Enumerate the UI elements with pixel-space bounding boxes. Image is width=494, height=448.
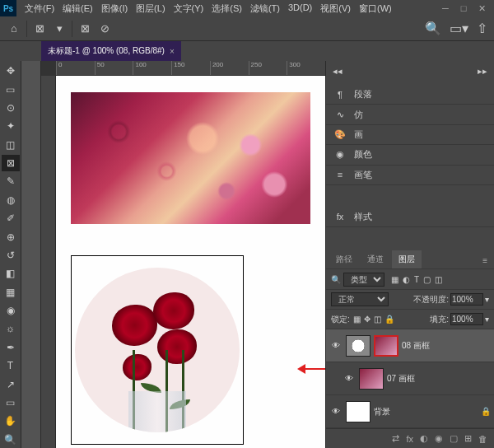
menu-filter[interactable]: 滤镜(T) xyxy=(247,1,283,16)
swatches-icon[interactable]: 🎨 xyxy=(333,127,347,142)
layer-row[interactable]: 👁 08 画框 xyxy=(326,329,494,362)
move-tool[interactable]: ✥ xyxy=(2,63,20,79)
history-brush-tool[interactable]: ↺ xyxy=(2,247,20,264)
menu-select[interactable]: 选择(S) xyxy=(208,1,245,16)
share-icon[interactable]: ⇧ xyxy=(477,21,487,36)
lasso-tool[interactable]: ⊙ xyxy=(2,100,20,116)
frame-tool-dropdown[interactable]: ▾ xyxy=(52,21,67,36)
close-tab-icon[interactable]: × xyxy=(170,47,175,56)
link-layers-icon[interactable]: ⇄ xyxy=(392,433,399,444)
panel-menu-icon[interactable]: ▸▸ xyxy=(478,66,487,80)
color-label[interactable]: 颜色 xyxy=(354,148,372,161)
brushes-label[interactable]: 画笔 xyxy=(354,169,372,181)
layer-content-thumb[interactable] xyxy=(374,335,398,357)
layer-fx-icon[interactable]: fx xyxy=(406,434,413,444)
filter-smart-icon[interactable]: ◫ xyxy=(435,275,442,284)
lock-artboard-icon[interactable]: ◫ xyxy=(374,315,381,324)
styles-icon[interactable]: fx xyxy=(333,209,347,224)
heal-tool[interactable]: ◍ xyxy=(2,192,20,208)
layer-mask-thumb[interactable] xyxy=(346,335,370,357)
new-layer-icon[interactable]: ⊞ xyxy=(464,433,472,444)
menu-type[interactable]: 文字(Y) xyxy=(170,1,207,16)
workspace-icon[interactable]: ▭▾ xyxy=(450,21,468,36)
menu-view[interactable]: 视图(V) xyxy=(317,1,354,16)
home-icon[interactable]: ⌂ xyxy=(7,21,21,36)
type-tool[interactable]: T xyxy=(2,357,20,374)
eyedropper-tool[interactable]: ✎ xyxy=(2,173,20,189)
menu-layer[interactable]: 图层(L) xyxy=(133,1,168,16)
maximize-button[interactable]: □ xyxy=(458,3,469,14)
crop-tool[interactable]: ◫ xyxy=(2,137,20,153)
adjustment-icon[interactable]: ◉ xyxy=(435,433,443,444)
lock-all-icon[interactable]: 🔒 xyxy=(384,315,394,324)
close-button[interactable]: ✕ xyxy=(476,3,487,14)
paragraph-icon[interactable]: ¶ xyxy=(333,87,347,102)
app-logo: Ps xyxy=(0,0,16,16)
layer-row[interactable]: 👁 背景 🔒 xyxy=(326,395,494,428)
fill-input[interactable] xyxy=(450,313,483,325)
filter-adjust-icon[interactable]: ◐ xyxy=(403,275,410,284)
frame-07[interactable] xyxy=(71,255,244,445)
blur-tool[interactable]: ◉ xyxy=(2,302,20,319)
filter-type-icon[interactable]: T xyxy=(414,275,419,284)
frame-08-content[interactable] xyxy=(71,92,310,224)
panel-collapse-icon[interactable]: ◂◂ xyxy=(333,66,343,80)
frame-ellipse-icon[interactable]: ⊘ xyxy=(97,21,112,36)
stamp-tool[interactable]: ⊕ xyxy=(2,228,20,245)
layer-name[interactable]: 背景 xyxy=(374,406,390,418)
paragraph-label[interactable]: 段落 xyxy=(354,88,372,100)
document-tab[interactable]: 未标题-1 @ 100% (08, RGB/8#) × xyxy=(41,41,181,61)
layer-content-thumb[interactable] xyxy=(346,401,370,422)
eraser-tool[interactable]: ◧ xyxy=(2,265,20,282)
blend-mode-select[interactable]: 正常 xyxy=(331,292,389,306)
hand-tool[interactable]: ✋ xyxy=(2,413,20,429)
frame-tool[interactable]: ⊠ xyxy=(2,155,20,171)
lock-position-icon[interactable]: ✥ xyxy=(364,315,370,324)
tab-channels[interactable]: 通道 xyxy=(361,250,390,268)
layer-filter-select[interactable]: 类型 xyxy=(343,273,384,287)
layer-name[interactable]: 08 画框 xyxy=(402,340,430,352)
group-icon[interactable]: ▢ xyxy=(450,433,458,444)
menu-file[interactable]: 文件(F) xyxy=(21,1,58,16)
layer-name[interactable]: 07 画框 xyxy=(387,373,415,385)
filter-pixel-icon[interactable]: ▦ xyxy=(391,275,398,284)
lock-pixels-icon[interactable]: ▦ xyxy=(353,315,361,324)
brush-tool[interactable]: ✐ xyxy=(2,210,20,226)
layer-mask-icon[interactable]: ◐ xyxy=(420,433,428,444)
swatches-label[interactable]: 画 xyxy=(354,128,363,141)
glyph-icon[interactable]: ∿ xyxy=(333,107,347,122)
brushes-icon[interactable]: ≡ xyxy=(333,167,347,182)
opacity-input[interactable] xyxy=(450,293,483,306)
menu-3d[interactable]: 3D(D) xyxy=(285,1,315,16)
search-icon[interactable]: 🔍 xyxy=(425,21,441,36)
visibility-icon[interactable]: 👁 xyxy=(329,341,343,350)
panel-close-icon[interactable]: ≡ xyxy=(476,253,494,268)
color-icon[interactable]: ◉ xyxy=(333,147,347,162)
dodge-tool[interactable]: ☼ xyxy=(2,320,20,337)
layer-row[interactable]: 👁 07 画框 xyxy=(326,362,494,395)
tab-paths[interactable]: 路径 xyxy=(329,250,359,268)
frame-tool-option-1[interactable]: ⊠ xyxy=(32,21,47,36)
minimize-button[interactable]: ─ xyxy=(440,3,451,14)
path-tool[interactable]: ↗ xyxy=(2,376,20,392)
lock-label: 锁定: xyxy=(331,314,350,325)
tab-layers[interactable]: 图层 xyxy=(392,250,422,268)
delete-layer-icon[interactable]: 🗑 xyxy=(478,434,487,444)
filter-shape-icon[interactable]: ▢ xyxy=(423,275,431,284)
marquee-tool[interactable]: ▭ xyxy=(2,81,20,97)
glyph-label[interactable]: 仿 xyxy=(354,109,363,121)
layer-content-thumb[interactable] xyxy=(359,368,384,390)
wand-tool[interactable]: ✦ xyxy=(2,118,20,134)
styles-label[interactable]: 样式 xyxy=(354,211,372,223)
rect-tool[interactable]: ▭ xyxy=(2,394,20,411)
pen-tool[interactable]: ✒ xyxy=(2,339,20,356)
zoom-tool[interactable]: 🔍 xyxy=(2,432,20,448)
visibility-icon[interactable]: 👁 xyxy=(343,374,356,383)
gradient-tool[interactable]: ▦ xyxy=(2,284,20,301)
canvas[interactable] xyxy=(56,76,325,448)
menu-edit[interactable]: 编辑(E) xyxy=(59,1,96,16)
frame-rect-icon[interactable]: ⊠ xyxy=(77,21,92,36)
menu-window[interactable]: 窗口(W) xyxy=(356,1,395,16)
visibility-icon[interactable]: 👁 xyxy=(329,407,343,416)
menu-image[interactable]: 图像(I) xyxy=(98,1,131,16)
